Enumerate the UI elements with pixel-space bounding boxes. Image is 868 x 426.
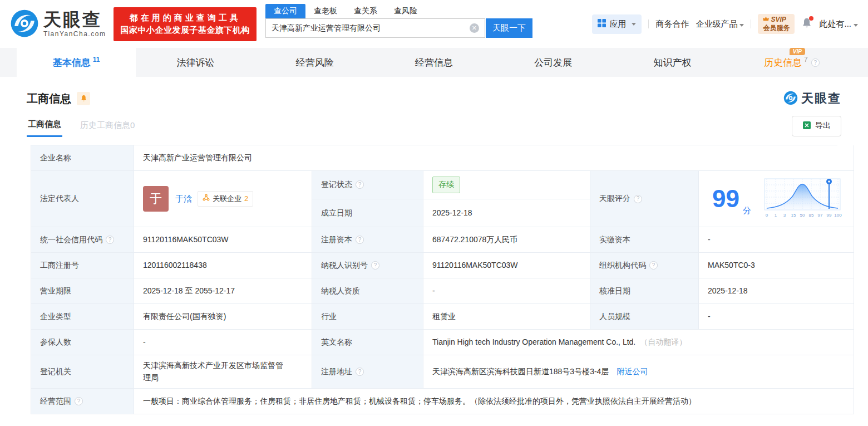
field-label-registration-status: 登记状态 [312,171,423,199]
tab-operation-risk[interactable]: 经营风险 [255,48,374,77]
notification-bell-button[interactable] [801,17,812,31]
section-title: 工商信息 [27,91,71,106]
tianyancha-logo[interactable]: 天眼查 TianYanCha.com [10,9,106,40]
status-badge: 存续 [432,177,460,193]
tab-basic-info[interactable]: 基本信息 11 [17,48,136,77]
help-icon[interactable] [356,180,364,189]
tab-history-info[interactable]: 历史信息 VIP 7 [732,48,851,77]
network-icon [203,193,210,204]
vip-badge: VIP [790,48,805,55]
search-tab-relation[interactable]: 查关系 [346,4,386,18]
field-label-registration-number: 工商注册号 [31,253,134,278]
tab-operation-risk-label: 经营风险 [296,56,334,69]
taxpayer-id-label: 纳税人识别号 [321,259,368,272]
export-button[interactable]: 导出 [792,116,841,136]
svg-text:3: 3 [783,213,786,218]
field-value-company-name: 天津高新产业运营管理有限公司 [134,145,854,171]
grid-icon [598,19,606,29]
auto-translate-note: （自动翻译） [640,336,687,349]
field-value-org-code: MAK50TC0-3 [699,253,854,278]
credit-code-label: 统一社会信用代码 [40,234,102,246]
svg-text:15: 15 [791,213,796,218]
enterprise-products-link[interactable]: 企业级产品 [696,19,744,30]
help-icon[interactable] [106,236,114,244]
svg-text:100: 100 [834,213,842,218]
field-label-establishment-date: 成立日期 [312,199,423,227]
help-icon[interactable] [811,58,820,67]
score-unit: 分 [743,204,751,217]
notification-dot [809,16,813,21]
crown-icon [763,16,769,24]
field-value-legal-representative: 于 于浛 关联企业 2 [134,171,312,227]
search-input[interactable] [272,24,470,33]
nearby-companies-link[interactable]: 附近公司 [617,366,648,378]
divider [751,19,751,28]
field-value-staff-size: - [699,304,854,330]
excel-icon [802,121,811,131]
help-icon[interactable] [371,261,379,270]
registered-address-text: 天津滨海高新区滨海科技园日新道188号3号楼3-4层 [432,366,609,378]
help-icon[interactable] [649,261,658,270]
field-label-legal-representative: 法定代表人 [31,171,134,227]
legal-rep-name-link[interactable]: 于浛 [175,192,192,205]
field-label-approval-date: 核准日期 [590,278,699,304]
field-value-paid-capital: - [699,227,854,253]
promo-line2: 国家中小企业发展子基金旗下机构 [120,24,250,37]
field-value-business-scope: 一般项目：商业综合体管理服务；住房租赁；非居住房地产租赁；机械设备租赁；停车场服… [134,389,854,414]
field-value-company-type: 有限责任公司(国有独资) [134,304,312,330]
svg-text:0: 0 [766,213,768,218]
help-icon[interactable] [75,397,83,405]
promo-line1: 都在用的商业查询工具 [120,12,250,25]
field-label-industry: 行业 [312,304,423,330]
tab-operation-info-label: 经营信息 [415,56,453,69]
search-tab-risk[interactable]: 查风险 [386,4,426,18]
clear-search-icon[interactable] [470,23,479,33]
svip-member-button[interactable]: SVIP 会员服务 [758,14,795,34]
monitor-bell-button[interactable] [77,92,90,105]
field-label-staff-size: 人员规模 [590,304,699,330]
field-label-registered-capital: 注册资本 [312,227,423,253]
field-label-taxpayer-id: 纳税人识别号 [312,253,423,278]
tab-company-development[interactable]: 公司发展 [494,48,613,77]
tab-intellectual-property[interactable]: 知识产权 [613,48,732,77]
search-tab-company[interactable]: 查公司 [265,4,305,18]
tab-operation-info[interactable]: 经营信息 [374,48,494,77]
field-value-registration-number: 120116002118438 [134,253,312,278]
related-companies-badge[interactable]: 关联企业 2 [198,191,253,207]
header-right: 应用 商务合作 企业级产品 SVIP 会员服务 [592,14,858,34]
user-menu[interactable]: 此处有... [819,19,858,30]
brand-name: 天眼查 [43,11,106,28]
help-icon[interactable] [356,236,364,244]
field-label-tianyan-score: 天眼评分 [590,171,699,227]
tianyancha-logo-icon [783,91,798,107]
related-companies-count: 2 [244,193,248,204]
registration-authority-text: 天津滨海高新技术产业开发区市场监督管理局 [143,360,283,384]
registered-capital-label: 注册资本 [321,234,352,246]
field-label-org-code: 组织机构代码 [590,253,699,278]
subtab-history-business-info[interactable]: 历史工商信息0 [79,116,136,136]
business-info-table: 企业名称 天津高新产业运营管理有限公司 法定代表人 于 于浛 关联企业 2 登记… [31,145,837,414]
field-value-insured-count: - [134,330,312,355]
business-cooperation-link[interactable]: 商务合作 [655,19,689,30]
svip-service-label: 会员服务 [763,24,790,32]
tab-basic-info-label: 基本信息 [53,56,91,69]
apps-menu-button[interactable]: 应用 [592,14,642,34]
search-area: 查公司 查老板 查关系 查风险 天眼一下 [265,4,532,38]
field-label-company-name: 企业名称 [31,145,134,171]
search-tab-boss[interactable]: 查老板 [305,4,346,18]
field-value-industry: 租赁业 [423,304,590,330]
svg-text:99: 99 [827,213,832,218]
registration-status-label: 登记状态 [321,179,352,191]
tab-legal-litigation[interactable]: 法律诉讼 [136,48,255,77]
legal-rep-avatar[interactable]: 于 [143,186,169,212]
help-icon[interactable] [634,195,642,203]
watermark-brand: 天眼查 [801,90,841,107]
search-button[interactable]: 天眼一下 [486,18,532,38]
field-value-tianyan-score: 99 分 [699,171,854,227]
company-nav-tabs: 基本信息 11 法律诉讼 经营风险 经营信息 公司发展 知识产权 历史信息 VI… [0,48,868,77]
subtab-business-info[interactable]: 工商信息 [27,115,62,137]
help-icon[interactable] [356,368,364,376]
subtab-row: 工商信息 历史工商信息0 导出 [27,115,841,137]
tab-basic-info-count: 11 [93,56,100,63]
field-label-credit-code: 统一社会信用代码 [31,227,134,253]
